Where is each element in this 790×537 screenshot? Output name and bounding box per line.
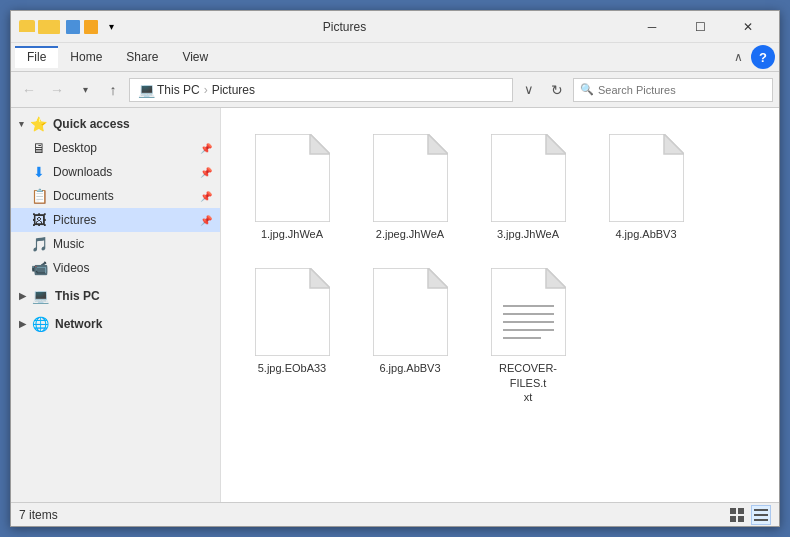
- svg-rect-22: [738, 516, 744, 522]
- forward-button[interactable]: →: [45, 78, 69, 102]
- quick-access-icon: ⭐: [30, 116, 47, 132]
- help-button[interactable]: ?: [751, 45, 775, 69]
- svg-marker-7: [664, 134, 684, 154]
- up-button[interactable]: ↑: [101, 78, 125, 102]
- file-icon: [606, 133, 686, 223]
- sidebar-item-downloads[interactable]: ⬇ Downloads 📌: [11, 160, 220, 184]
- file-item[interactable]: 6.jpg.AbBV3: [355, 258, 465, 413]
- sidebar-header-quickaccess[interactable]: ▾ ⭐ Quick access: [11, 112, 220, 136]
- status-bar: 7 items: [11, 502, 779, 526]
- item-count: 7 items: [19, 508, 58, 522]
- ribbon-tabs: File Home Share View ∧ ?: [11, 43, 779, 71]
- svg-rect-19: [730, 508, 736, 514]
- path-sep1: ›: [204, 83, 208, 97]
- file-label: 1.jpg.JhWeA: [261, 227, 323, 241]
- file-item[interactable]: 1.jpg.JhWeA: [237, 124, 347, 250]
- file-item[interactable]: RECOVER-FILES.txt: [473, 258, 583, 413]
- thispc-label: This PC: [55, 289, 100, 303]
- desktop-icon: 🖥: [31, 140, 47, 156]
- ribbon: File Home Share View ∧ ?: [11, 43, 779, 72]
- sidebar-section-thispc: ▶ 💻 This PC: [11, 284, 220, 308]
- quick-access-expand-icon: ▾: [19, 119, 24, 129]
- sidebar-section-quickaccess: ▾ ⭐ Quick access 🖥 Desktop 📌 ⬇ Downloads…: [11, 112, 220, 280]
- svg-marker-13: [546, 268, 566, 288]
- file-item[interactable]: 5.jpg.EObA33: [237, 258, 347, 413]
- file-icon: [370, 133, 450, 223]
- thispc-icon: 💻: [32, 288, 49, 304]
- svg-rect-20: [738, 508, 744, 514]
- back-button[interactable]: ←: [17, 78, 41, 102]
- explorer-window: ▾ Pictures ─ ☐ ✕ File Home Share View ∧ …: [10, 10, 780, 527]
- grid-view-button[interactable]: [727, 505, 747, 525]
- close-button[interactable]: ✕: [725, 11, 771, 43]
- grid-view-icon: [730, 508, 744, 522]
- file-item[interactable]: 4.jpg.AbBV3: [591, 124, 701, 250]
- svg-rect-25: [754, 519, 768, 521]
- tab-view[interactable]: View: [170, 46, 220, 68]
- svg-marker-9: [310, 268, 330, 288]
- sidebar-item-music[interactable]: 🎵 Music: [11, 232, 220, 256]
- sidebar-item-pictures[interactable]: 🖼 Pictures 📌: [11, 208, 220, 232]
- sidebar-item-documents[interactable]: 📋 Documents 📌: [11, 184, 220, 208]
- svg-marker-5: [546, 134, 566, 154]
- downloads-icon: ⬇: [31, 164, 47, 180]
- view-controls: [727, 505, 771, 525]
- sidebar: ▾ ⭐ Quick access 🖥 Desktop 📌 ⬇ Downloads…: [11, 108, 221, 502]
- path-dropdown-button[interactable]: ∨: [517, 78, 541, 102]
- sidebar-label-documents: Documents: [53, 189, 114, 203]
- sidebar-label-pictures: Pictures: [53, 213, 96, 227]
- sidebar-item-desktop[interactable]: 🖥 Desktop 📌: [11, 136, 220, 160]
- file-icon: [488, 267, 568, 357]
- tab-home[interactable]: Home: [58, 46, 114, 68]
- title-bar-icons: [19, 20, 60, 34]
- svg-rect-23: [754, 509, 768, 511]
- address-path[interactable]: 💻 This PC › Pictures: [129, 78, 513, 102]
- pictures-pin-icon: 📌: [200, 215, 212, 226]
- file-item[interactable]: 2.jpeg.JhWeA: [355, 124, 465, 250]
- sidebar-header-thispc[interactable]: ▶ 💻 This PC: [11, 284, 220, 308]
- documents-pin-icon: 📌: [200, 191, 212, 202]
- svg-marker-11: [428, 268, 448, 288]
- tab-file[interactable]: File: [15, 46, 58, 68]
- pictures-icon: 🖼: [31, 212, 47, 228]
- downloads-pin-icon: 📌: [200, 167, 212, 178]
- file-icon: [252, 133, 332, 223]
- network-expand-icon: ▶: [19, 319, 26, 329]
- sidebar-label-videos: Videos: [53, 261, 89, 275]
- title-bar: ▾ Pictures ─ ☐ ✕: [11, 11, 779, 43]
- svg-rect-24: [754, 514, 768, 516]
- file-label: 5.jpg.EObA33: [258, 361, 327, 375]
- file-label: 3.jpg.JhWeA: [497, 227, 559, 241]
- details-view-icon: [754, 508, 768, 522]
- recent-locations-button[interactable]: ▾: [73, 78, 97, 102]
- address-bar: ← → ▾ ↑ 💻 This PC › Pictures ∨ ↻ 🔍: [11, 72, 779, 108]
- thispc-expand-icon: ▶: [19, 291, 26, 301]
- videos-icon: 📹: [31, 260, 47, 276]
- network-icon: 🌐: [32, 316, 49, 332]
- ribbon-collapse-icon[interactable]: ∧: [726, 46, 751, 68]
- path-pictures: Pictures: [212, 83, 255, 97]
- documents-icon: 📋: [31, 188, 47, 204]
- svg-marker-1: [310, 134, 330, 154]
- file-label: 4.jpg.AbBV3: [615, 227, 676, 241]
- file-label: 2.jpeg.JhWeA: [376, 227, 444, 241]
- sidebar-header-network[interactable]: ▶ 🌐 Network: [11, 312, 220, 336]
- file-area: 1.jpg.JhWeA 2.jpeg.JhWeA 3.jpg.JhWeA 4.j…: [221, 108, 779, 502]
- file-item[interactable]: 3.jpg.JhWeA: [473, 124, 583, 250]
- search-box[interactable]: 🔍: [573, 78, 773, 102]
- file-icon: [252, 267, 332, 357]
- window-title: Pictures: [60, 20, 629, 34]
- sidebar-label-music: Music: [53, 237, 84, 251]
- svg-marker-3: [428, 134, 448, 154]
- music-icon: 🎵: [31, 236, 47, 252]
- search-input[interactable]: [598, 84, 766, 96]
- details-view-button[interactable]: [751, 505, 771, 525]
- sidebar-label-downloads: Downloads: [53, 165, 112, 179]
- refresh-button[interactable]: ↻: [545, 78, 569, 102]
- minimize-button[interactable]: ─: [629, 11, 675, 43]
- search-icon: 🔍: [580, 83, 594, 96]
- tab-share[interactable]: Share: [114, 46, 170, 68]
- maximize-button[interactable]: ☐: [677, 11, 723, 43]
- sidebar-item-videos[interactable]: 📹 Videos: [11, 256, 220, 280]
- path-thispc: This PC: [157, 83, 200, 97]
